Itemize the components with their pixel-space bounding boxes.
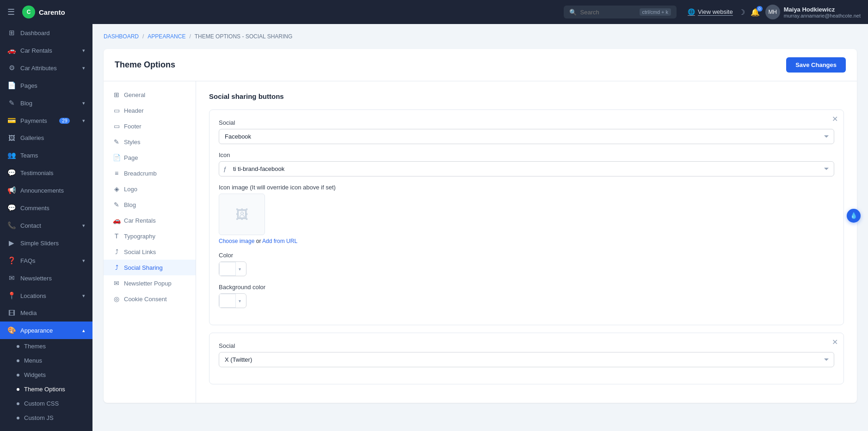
sidebar-sub-item-custom-css[interactable]: Custom CSS bbox=[0, 396, 92, 411]
sidebar-item-contact[interactable]: 📞 Contact ▾ bbox=[0, 217, 92, 234]
or-text: or bbox=[256, 238, 262, 244]
color-group: Color ▾ bbox=[219, 252, 834, 276]
breadcrumb-dashboard[interactable]: DASHBOARD bbox=[104, 33, 139, 40]
icon-label-1: Icon bbox=[219, 152, 834, 158]
theme-nav-label: Breadcrumb bbox=[124, 170, 157, 177]
sidebar-item-locations[interactable]: 📍 Locations ▾ bbox=[0, 287, 92, 304]
sliders-icon: ▶ bbox=[7, 239, 16, 247]
user-menu[interactable]: MH Maiya Hodkiewicz murray.annamarie@hea… bbox=[765, 5, 861, 19]
payments-icon: 💳 bbox=[7, 116, 16, 125]
page-card-header: Theme Options Save Changes bbox=[104, 49, 857, 81]
help-button[interactable]: 💧 bbox=[847, 209, 861, 223]
sidebar-item-label: Dashboard bbox=[20, 30, 50, 36]
teams-icon: 👥 bbox=[7, 151, 16, 159]
theme-nav-social-links[interactable]: ⤴ Social Links bbox=[104, 244, 196, 260]
sidebar-item-pages[interactable]: 📄 Pages bbox=[0, 77, 92, 94]
theme-nav-typography[interactable]: T Typography bbox=[104, 228, 196, 244]
choose-image-link[interactable]: Choose image bbox=[219, 238, 254, 244]
sidebar-sub-item-menus[interactable]: Menus bbox=[0, 353, 92, 368]
sidebar-item-label: Locations bbox=[20, 292, 46, 299]
color-label: Color bbox=[219, 252, 834, 259]
view-website-label: View website bbox=[698, 8, 733, 16]
social-select-2[interactable]: Facebook X (Twitter) Instagram LinkedIn … bbox=[219, 352, 834, 367]
social-sharing-icon: ⤴ bbox=[113, 264, 120, 271]
bg-color-arrow-button[interactable]: ▾ bbox=[236, 294, 244, 308]
dot-icon bbox=[17, 402, 19, 405]
sidebar-item-dashboard[interactable]: ⊞ Dashboard bbox=[0, 24, 92, 42]
logo[interactable]: C Carento bbox=[22, 6, 65, 18]
notifications-bell[interactable]: 🔔 0 bbox=[751, 8, 760, 17]
breadcrumb-icon: ≡ bbox=[113, 170, 120, 177]
theme-nav-blog[interactable]: ✎ Blog bbox=[104, 197, 196, 212]
sidebar-item-label: Contact bbox=[20, 222, 41, 229]
chevron-down-icon: ▾ bbox=[82, 258, 85, 264]
color-swatch[interactable] bbox=[219, 262, 236, 276]
sidebar-item-appearance[interactable]: 🎨 Appearance ▴ bbox=[0, 322, 92, 339]
search-shortcut: ctrl/cmd + k bbox=[640, 8, 671, 16]
add-from-url-link[interactable]: Add from URL bbox=[262, 238, 297, 244]
sidebar-item-comments[interactable]: 💬 Comments bbox=[0, 199, 92, 217]
sidebar-item-announcements[interactable]: 📢 Announcements bbox=[0, 182, 92, 199]
close-social-card-2-button[interactable]: ✕ bbox=[832, 339, 838, 346]
search-bar[interactable]: 🔍 ctrl/cmd + k bbox=[564, 6, 677, 18]
chevron-down-icon: ▾ bbox=[82, 100, 85, 106]
sidebar-item-car-rentals[interactable]: 🚗 Car Rentals ▾ bbox=[0, 42, 92, 59]
theme-nav-social-sharing[interactable]: ⤴ Social Sharing bbox=[104, 260, 196, 275]
contact-icon: 📞 bbox=[7, 221, 16, 230]
theme-nav-styles[interactable]: ✎ Styles bbox=[104, 134, 196, 150]
car-rentals-nav-icon: 🚗 bbox=[113, 217, 120, 224]
sidebar-item-newsletters[interactable]: ✉ Newsletters bbox=[0, 269, 92, 287]
bg-color-swatch[interactable] bbox=[219, 294, 236, 308]
social-select-1[interactable]: Facebook X (Twitter) Instagram LinkedIn … bbox=[219, 129, 834, 144]
color-arrow-button[interactable]: ▾ bbox=[236, 262, 244, 276]
image-upload-box[interactable]: 🖼 bbox=[219, 194, 265, 235]
theme-nav-general[interactable]: ⊞ General bbox=[104, 87, 196, 103]
sidebar-item-testimonials[interactable]: 💬 Testimonials bbox=[0, 164, 92, 182]
logo-text: Carento bbox=[39, 8, 65, 16]
dark-mode-toggle[interactable]: ☽ bbox=[739, 8, 745, 17]
bg-color-picker[interactable]: ▾ bbox=[219, 293, 246, 308]
sidebar-sub-item-themes[interactable]: Themes bbox=[0, 339, 92, 353]
bg-color-label: Background color bbox=[219, 284, 834, 291]
close-social-card-1-button[interactable]: ✕ bbox=[832, 115, 838, 123]
breadcrumb-appearance[interactable]: APPEARANCE bbox=[148, 33, 185, 40]
view-website-button[interactable]: 🌐 View website bbox=[688, 8, 733, 16]
theme-nav-car-rentals[interactable]: 🚗 Car Rentals bbox=[104, 212, 196, 228]
theme-nav-page[interactable]: 📄 Page bbox=[104, 150, 196, 165]
hamburger-icon[interactable]: ☰ bbox=[7, 7, 15, 17]
theme-nav-logo[interactable]: ◈ Logo bbox=[104, 181, 196, 197]
icon-group-1: Icon ƒ ti ti-brand-facebook bbox=[219, 152, 834, 176]
save-changes-button[interactable]: Save Changes bbox=[786, 57, 846, 73]
sidebar-sub-label: Custom CSS bbox=[24, 400, 59, 407]
theme-nav-newsletter-popup[interactable]: ✉ Newsletter Popup bbox=[104, 275, 196, 291]
sidebar-item-label: Galleries bbox=[20, 134, 44, 141]
sidebar-item-media[interactable]: 🎞 Media bbox=[0, 304, 92, 322]
sidebar-item-teams[interactable]: 👥 Teams bbox=[0, 146, 92, 164]
chevron-down-icon: ▾ bbox=[82, 223, 85, 229]
sidebar-sub-item-custom-js[interactable]: Custom JS bbox=[0, 411, 92, 425]
breadcrumb-sep: / bbox=[189, 33, 191, 40]
theme-nav-cookie-consent[interactable]: ◎ Cookie Consent bbox=[104, 291, 196, 307]
sidebar-item-car-attributes[interactable]: ⚙ Car Attributes ▾ bbox=[0, 59, 92, 77]
icon-select-1[interactable]: ti ti-brand-facebook bbox=[219, 161, 834, 176]
comments-icon: 💬 bbox=[7, 204, 16, 212]
sidebar-item-galleries[interactable]: 🖼 Galleries bbox=[0, 129, 92, 146]
galleries-icon: 🖼 bbox=[7, 134, 16, 142]
theme-nav-footer[interactable]: ▭ Footer bbox=[104, 118, 196, 134]
sidebar-sub-item-widgets[interactable]: Widgets bbox=[0, 368, 92, 382]
sidebar-item-label: Simple Sliders bbox=[20, 240, 59, 247]
sidebar-item-blog[interactable]: ✎ Blog ▾ bbox=[0, 94, 92, 112]
page-icon: 📄 bbox=[113, 154, 120, 161]
theme-nav-header[interactable]: ▭ Header bbox=[104, 103, 196, 118]
theme-nav-label: Logo bbox=[124, 186, 137, 193]
color-picker[interactable]: ▾ bbox=[219, 261, 246, 276]
sidebar-item-faqs[interactable]: ❓ FAQs ▾ bbox=[0, 252, 92, 269]
theme-nav-breadcrumb[interactable]: ≡ Breadcrumb bbox=[104, 165, 196, 181]
page-card: Theme Options Save Changes ⊞ General ▭ H… bbox=[104, 49, 857, 403]
main-layout: ⊞ Dashboard 🚗 Car Rentals ▾ ⚙ Car Attrib… bbox=[0, 24, 868, 431]
sidebar-item-payments[interactable]: 💳 Payments 29 ▾ bbox=[0, 112, 92, 129]
sidebar-sub-item-theme-options[interactable]: Theme Options bbox=[0, 382, 92, 396]
search-input[interactable] bbox=[580, 9, 636, 16]
social-card-twitter: ✕ Social Facebook X (Twitter) Instagram … bbox=[209, 333, 844, 384]
sidebar-item-simple-sliders[interactable]: ▶ Simple Sliders bbox=[0, 234, 92, 252]
